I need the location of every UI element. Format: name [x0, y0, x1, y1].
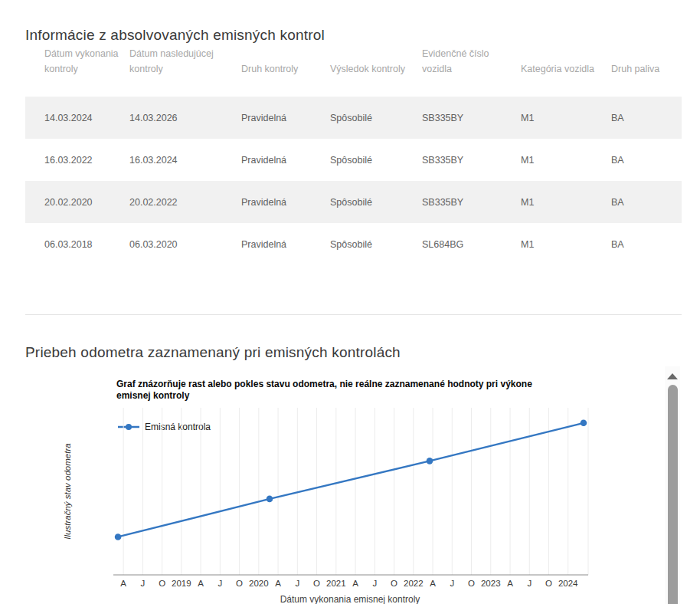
x-tick-label: 2021	[326, 579, 346, 588]
table-cell: M1	[521, 223, 611, 265]
x-tick-label: O	[236, 579, 243, 588]
emission-checks-table: Dátum vykonania kontrolyDátum nasledujúc…	[25, 46, 682, 265]
odometer-section-title: Priebeh odometra zaznamenaný pri emisnýc…	[25, 344, 401, 361]
table-cell: M1	[521, 181, 611, 223]
x-tick-label: O	[391, 579, 397, 588]
odometer-line-chart: AJO2019AJO2020AJO2021AJO2022AJO2023AJO20…	[107, 402, 613, 604]
x-tick-label: A	[430, 579, 436, 588]
x-tick-label: J	[372, 579, 377, 588]
table-cell: Pravidelná	[241, 139, 330, 181]
x-tick-label: J	[140, 579, 145, 588]
x-tick-label: A	[198, 579, 204, 588]
table-cell: 06.03.2020	[129, 223, 241, 265]
x-tick-label: A	[507, 579, 513, 588]
column-header: Druh kontroly	[241, 46, 330, 97]
table-cell: BA	[611, 97, 682, 139]
x-tick-label: O	[545, 579, 552, 588]
column-header: Dátum nasledujúcej kontroly	[129, 46, 241, 97]
table-cell: 14.03.2026	[129, 97, 241, 139]
table-cell: M1	[521, 97, 611, 139]
series-line	[118, 423, 584, 537]
table-row: 14.03.202414.03.2026PravidelnáSpôsobiléS…	[25, 97, 682, 139]
table-cell: Pravidelná	[241, 181, 330, 223]
table-row: 06.03.201806.03.2020PravidelnáSpôsobiléS…	[25, 223, 682, 265]
chart-title: Graf znázorňuje rast alebo pokles stavu …	[116, 379, 567, 402]
table-row: 16.03.202216.03.2024PravidelnáSpôsobiléS…	[25, 139, 682, 181]
table-cell: Spôsobilé	[330, 97, 422, 139]
scroll-up-icon[interactable]	[667, 373, 678, 379]
column-header: Dátum vykonania kontroly	[25, 46, 129, 97]
table-cell: Spôsobilé	[330, 181, 422, 223]
table-row: 20.02.202020.02.2022PravidelnáSpôsobiléS…	[25, 181, 682, 223]
column-header: Evidenčné číslo vozidla	[422, 46, 521, 97]
y-axis-label: Ilustračný stav odometra	[63, 443, 72, 539]
x-tick-label: J	[218, 579, 222, 588]
table-cell: SB335BY	[422, 181, 521, 223]
column-header: Kategória vozidla	[521, 46, 611, 97]
x-tick-label: 2023	[481, 579, 501, 588]
data-point[interactable]	[267, 496, 273, 503]
x-tick-label: O	[159, 579, 165, 588]
emission-checks-page: Informácie z absolvovaných emisných kont…	[0, 0, 700, 604]
column-header: Výsledok kontroly	[330, 46, 422, 97]
table-cell: Spôsobilé	[330, 139, 422, 181]
data-point[interactable]	[427, 458, 433, 464]
table-cell: SB335BY	[422, 139, 521, 181]
table-cell: 16.03.2024	[129, 139, 241, 181]
x-tick-label: J	[527, 579, 532, 588]
table-cell: 20.02.2022	[129, 181, 241, 223]
data-point[interactable]	[115, 533, 122, 540]
table-cell: BA	[611, 139, 682, 181]
x-tick-label: O	[468, 579, 475, 588]
table-cell: BA	[611, 223, 682, 265]
data-point[interactable]	[581, 420, 587, 427]
table-cell: Spôsobilé	[330, 223, 422, 265]
x-tick-label: A	[352, 579, 358, 588]
x-tick-label: 2022	[404, 579, 424, 588]
emission-checks-section-title: Informácie z absolvovaných emisných kont…	[25, 27, 325, 44]
x-tick-label: 2024	[558, 579, 578, 588]
table-cell: M1	[521, 139, 611, 181]
x-tick-label: A	[275, 579, 281, 588]
table-cell: 20.02.2020	[25, 181, 129, 223]
table-cell: BA	[611, 181, 682, 223]
table-cell: SB335BY	[422, 97, 521, 139]
x-tick-label: A	[120, 579, 126, 588]
table-cell: SL684BG	[422, 223, 521, 265]
table-cell: 06.03.2018	[25, 223, 129, 265]
x-tick-label: 2019	[172, 579, 191, 588]
column-header: Druh paliva	[611, 46, 682, 97]
x-tick-label: O	[313, 579, 320, 588]
table-cell: Pravidelná	[241, 223, 330, 265]
x-axis-label: Dátum vykonania emisnej kontroly	[280, 594, 420, 604]
x-tick-label: J	[450, 579, 454, 588]
table-header: Dátum vykonania kontrolyDátum nasledujúc…	[25, 46, 682, 97]
table-cell: Pravidelná	[241, 97, 330, 139]
section-divider	[25, 314, 682, 315]
x-tick-label: 2020	[249, 579, 269, 588]
x-tick-label: J	[295, 579, 299, 588]
chart-scrollbar-thumb[interactable]	[668, 385, 678, 604]
table-cell: 16.03.2022	[25, 139, 129, 181]
table-cell: 14.03.2024	[25, 97, 129, 139]
